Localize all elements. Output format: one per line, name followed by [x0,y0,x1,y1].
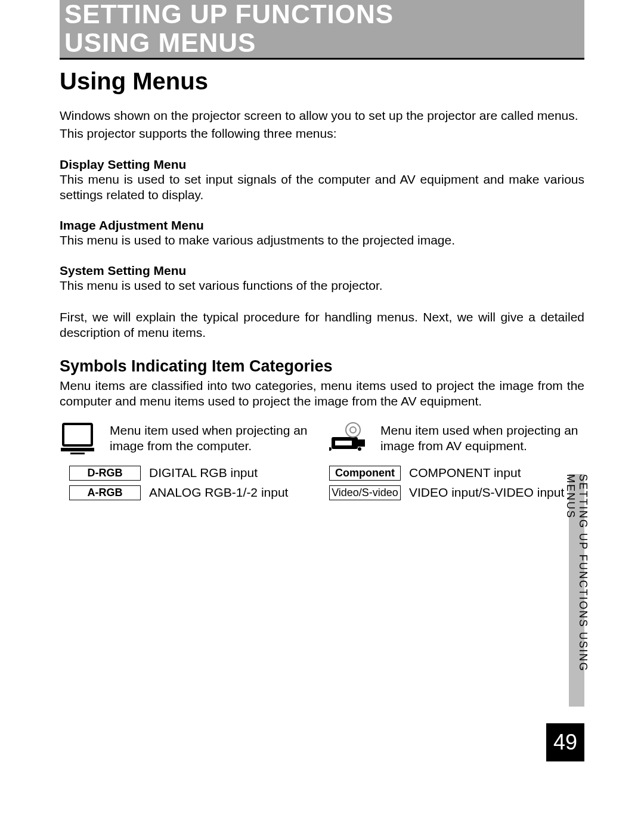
badge-row-argb: A-RGB ANALOG RGB-1/-2 input [60,485,315,500]
chapter-title-line2: USING MENUS [64,29,580,57]
badge-row-video: Video/S-video VIDEO input/S-VIDEO input [329,485,584,500]
chapter-title-band: SETTING UP FUNCTIONS USING MENUS [60,0,584,58]
intro-paragraph-1: Windows shown on the projector screen to… [60,108,584,123]
side-tab-label: SETTING UP FUNCTIONS USING MENUS [564,474,589,707]
section-heading: Using Menus [60,68,584,95]
page-number: 49 [546,723,584,761]
svg-point-8 [350,427,356,433]
svg-rect-9 [335,441,352,445]
symbols-heading: Symbols Indicating Item Categories [60,357,584,376]
chapter-title-line1: SETTING UP FUNCTIONS [64,0,580,29]
menu-body-2: This menu is used to make various adjust… [60,233,584,248]
svg-rect-2 [70,453,85,454]
badge-argb: A-RGB [69,485,141,500]
badge-row-drgb: D-RGB DIGITAL RGB input [60,466,315,481]
av-icon-row: Menu item used when projecting an image … [329,422,584,455]
badge-drgb: D-RGB [69,466,141,481]
svg-rect-0 [63,424,92,445]
badge-row-component: Component COMPONENT input [329,466,584,481]
computer-monitor-icon [60,422,95,455]
badge-component-desc: COMPONENT input [409,466,521,480]
title-underline [60,58,584,60]
svg-rect-1 [61,448,94,451]
side-tab: SETTING UP FUNCTIONS USING MENUS [569,474,584,707]
closing-paragraph: First, we will explain the typical proce… [60,309,584,341]
symbols-intro: Menu items are classified into two categ… [60,378,584,410]
menu-name-3: System Setting Menu [60,264,584,278]
menu-name-1: Display Setting Menu [60,157,584,172]
svg-rect-4 [358,439,365,447]
symbols-column-av: Menu item used when projecting an image … [329,422,584,505]
menu-body-1: This menu is used to set input signals o… [60,172,584,203]
menu-body-3: This menu is used to set various functio… [60,278,584,293]
badge-video-svideo-desc: VIDEO input/S-VIDEO input [409,485,564,500]
badge-video-svideo: Video/S-video [329,485,401,500]
computer-icon-desc: Menu item used when projecting an image … [110,423,315,453]
camcorder-icon [329,422,366,455]
av-icon-desc: Menu item used when projecting an image … [380,423,584,453]
badge-component: Component [329,466,401,481]
badge-drgb-desc: DIGITAL RGB input [149,466,258,480]
symbols-columns: Menu item used when projecting an image … [60,422,584,505]
menu-name-2: Image Adjustment Menu [60,218,584,233]
svg-point-6 [358,447,361,451]
svg-point-7 [346,423,360,437]
badge-argb-desc: ANALOG RGB-1/-2 input [149,485,288,500]
intro-paragraph-2: This projector supports the following th… [60,126,584,141]
computer-icon-row: Menu item used when projecting an image … [60,422,315,455]
symbols-column-computer: Menu item used when projecting an image … [60,422,315,505]
svg-point-5 [329,447,332,451]
